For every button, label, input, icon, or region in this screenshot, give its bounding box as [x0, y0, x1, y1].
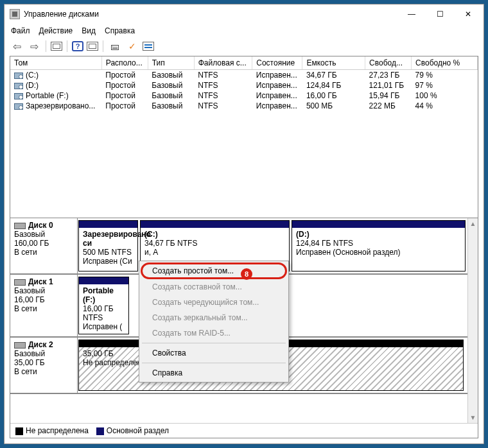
refresh-button[interactable]: 🖴 [108, 40, 122, 53]
disk-capacity: 160,00 ГБ [14, 239, 73, 248]
forward-button[interactable] [27, 40, 41, 53]
context-menu-help[interactable]: Справка [141, 365, 287, 381]
volume-state: Исправен... [252, 80, 302, 90]
volume-icon [14, 73, 23, 79]
volume-free: 222 МБ [365, 101, 412, 111]
volume-free: 15,94 ГБ [365, 90, 412, 101]
partition-state: Исправен ( [83, 322, 125, 331]
back-button[interactable] [10, 40, 24, 53]
volume-state: Исправен... [252, 70, 302, 81]
context-menu-item[interactable]: Создать простой том... [141, 263, 287, 279]
volume-free-pct: 44 % [412, 101, 478, 111]
disk-type: Базовый [14, 286, 73, 295]
column-headers[interactable]: Том Располо... Тип Файловая с... Состоян… [10, 56, 478, 70]
toolbar: ? 🖴 ✓ [4, 38, 484, 55]
maximize-button[interactable]: ☐ [426, 5, 454, 23]
volume-capacity: 500 МБ [302, 101, 365, 111]
context-menu-item: Создать зеркальный том... [141, 310, 287, 325]
disk-online: В сети [14, 248, 73, 257]
volume-capacity: 124,84 ГБ [302, 80, 365, 90]
show-hide-tree-button[interactable] [51, 42, 62, 51]
menu-file[interactable]: Файл [11, 26, 30, 35]
scroll-down-icon[interactable]: ▼ [468, 412, 478, 423]
context-menu-item: Создать чередующийся том... [141, 295, 287, 310]
disk-icon [14, 342, 26, 349]
volume-free-pct: 100 % [412, 90, 478, 101]
col-free-pct[interactable]: Свободно % [412, 56, 478, 70]
volume-capacity: 16,00 ГБ [302, 90, 365, 101]
partition-title: (C:) [144, 230, 285, 239]
disk-name: Диск 1 [28, 277, 53, 286]
volume-icon [14, 103, 23, 110]
primary-swatch-icon [96, 427, 104, 435]
volume-type: Базовый [148, 70, 194, 81]
volume-state: Исправен... [252, 90, 302, 101]
annotation-badge: 8 [241, 268, 252, 280]
col-capacity[interactable]: Емкость [302, 56, 365, 70]
view-button[interactable] [87, 42, 98, 51]
volume-icon [14, 83, 23, 89]
minimize-button[interactable]: — [397, 5, 426, 23]
list-button[interactable] [143, 42, 154, 51]
menu-help[interactable]: Справка [105, 26, 135, 35]
volume-row[interactable]: Зарезервировано... Простой Базовый NTFS … [10, 101, 478, 111]
disk-online: В сети [14, 304, 73, 313]
partition-size: 500 МБ NTFS [83, 248, 134, 257]
close-button[interactable]: ✕ [454, 5, 482, 23]
col-free[interactable]: Свобод... [365, 56, 412, 70]
context-menu-item: Создать составной том... [141, 279, 287, 295]
volume-free-pct: 97 % [412, 80, 478, 90]
volume-state: Исправен... [252, 101, 302, 111]
disk-icon [14, 223, 26, 229]
window-title: Управление дисками [24, 10, 397, 19]
partition-state: Исправен (Основной раздел) [296, 248, 461, 257]
volume-layout: Простой [101, 70, 148, 81]
partition-title: (D:) [296, 230, 461, 239]
volume-list[interactable]: Том Располо... Тип Файловая с... Состоян… [10, 56, 478, 218]
help-icon[interactable]: ? [72, 41, 83, 51]
volume-layout: Простой [101, 90, 148, 101]
disk-info[interactable]: Диск 0 Базовый 160,00 ГБ В сети [10, 218, 78, 273]
partition-size: 34,67 ГБ NTFS [144, 239, 285, 248]
col-fs[interactable]: Файловая с... [194, 56, 252, 70]
disk-info[interactable]: Диск 2 Базовый 35,00 ГБ В сети [10, 338, 78, 393]
partition-size: 16,00 ГБ NTFS [83, 304, 125, 322]
vertical-scrollbar[interactable]: ▲ ▼ [467, 218, 478, 423]
disk-icon [14, 279, 26, 286]
context-menu[interactable]: Создать простой том...Создать составной … [139, 261, 289, 383]
title-bar[interactable]: Управление дисками — ☐ ✕ [4, 4, 484, 24]
scroll-up-icon[interactable]: ▲ [468, 218, 478, 229]
volume-name: Portable (F:) [26, 91, 69, 100]
volume-row[interactable]: Portable (F:) Простой Базовый NTFS Испра… [10, 90, 478, 101]
volume-type: Базовый [148, 80, 194, 90]
disk-management-window: Управление дисками — ☐ ✕ Файл Действие В… [4, 4, 484, 444]
context-menu-item: Создать том RAID-5... [141, 325, 287, 341]
unallocated-swatch-icon [15, 427, 23, 435]
partition-primary[interactable]: (D:) 124,84 ГБ NTFS Исправен (Основной р… [292, 220, 466, 271]
volume-name: Зарезервировано... [26, 101, 95, 110]
volume-row[interactable]: (D:) Простой Базовый NTFS Исправен... 12… [10, 80, 478, 90]
partition-state: Исправен (Си [83, 257, 134, 266]
disk-name: Диск 0 [28, 221, 53, 230]
legend: Не распределена Основной раздел [10, 423, 478, 438]
partition-primary[interactable]: Portable (F:) 16,00 ГБ NTFS Исправен ( [78, 277, 129, 334]
volume-type: Базовый [148, 101, 194, 111]
menu-action[interactable]: Действие [39, 26, 73, 35]
volume-row[interactable]: (C:) Простой Базовый NTFS Исправен... 34… [10, 70, 478, 81]
partition-header-bar [292, 221, 465, 228]
col-state[interactable]: Состояние [252, 56, 302, 70]
menu-view[interactable]: Вид [82, 26, 96, 35]
col-volume[interactable]: Том [10, 56, 101, 70]
disk-info[interactable]: Диск 1 Базовый 16,00 ГБ В сети [10, 275, 78, 336]
volume-fs: NTFS [194, 90, 252, 101]
volume-capacity: 34,67 ГБ [302, 70, 365, 81]
disk-name: Диск 2 [28, 340, 53, 349]
rescan-button[interactable]: ✓ [125, 40, 139, 53]
col-type[interactable]: Тип [148, 56, 194, 70]
context-menu-properties[interactable]: Свойства [141, 345, 287, 361]
partition-header-bar [79, 277, 128, 284]
partition-primary[interactable]: Зарезервировано си 500 МБ NTFS Исправен … [78, 220, 138, 271]
col-layout[interactable]: Располо... [101, 56, 148, 70]
partition-header-bar [141, 221, 289, 228]
disk-capacity: 16,00 ГБ [14, 295, 73, 304]
